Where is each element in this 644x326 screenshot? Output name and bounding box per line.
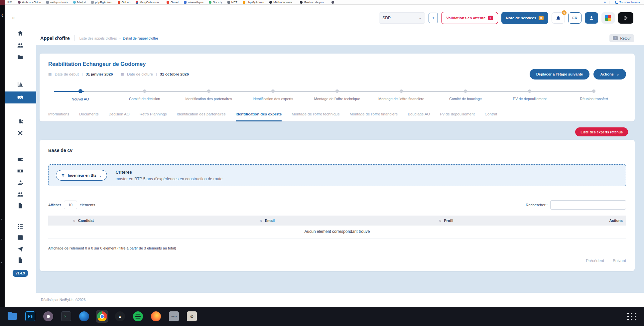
blue-app-icon[interactable] [78, 310, 90, 323]
firefox-app-icon[interactable] [150, 310, 162, 323]
search-input[interactable] [550, 200, 626, 210]
step-comite-bouclage[interactable]: Comité de bouclage [434, 87, 498, 101]
app-header: SDP ⌄ + Validations en attente 0 Note de… [36, 5, 644, 31]
step-identification-partenaires[interactable]: Identification des partenaires [177, 87, 241, 101]
bar-chart-icon[interactable] [17, 81, 24, 88]
bookmark-gitlab[interactable]: GitLab [118, 1, 131, 4]
apps-pinwheel-button[interactable] [601, 12, 615, 24]
gimp-app-icon[interactable] [42, 310, 55, 323]
funnel-icon [61, 173, 65, 178]
bookmark-wik-netbyus[interactable]: wik-netbyus [184, 1, 204, 4]
logout-button[interactable] [618, 12, 633, 24]
sidebar: « v1.4.9 [5, 5, 36, 307]
column-candidat[interactable]: Candidat [78, 219, 94, 223]
calendar-icon[interactable] [17, 234, 24, 241]
bookmark-net[interactable]: NET [227, 1, 237, 4]
bookmark-socirty[interactable]: Socirty [209, 1, 222, 4]
add-button[interactable]: + [429, 13, 438, 23]
language-button[interactable]: FR [568, 12, 581, 24]
profile-filter-dropdown[interactable]: Ingenieur en Bts ⌄ [56, 170, 107, 181]
step-nouvel-ao[interactable]: Nouvel AO [48, 87, 112, 101]
send-icon[interactable] [17, 245, 24, 252]
step-comite-decision[interactable]: Comité de décision [112, 87, 177, 101]
bookmark-methode[interactable]: Méthode wate... [269, 1, 295, 4]
drawing-app-icon[interactable]: ▲ [114, 310, 126, 323]
ssd-app-icon[interactable]: SSD [168, 310, 180, 323]
tab-informations[interactable]: Informations [48, 112, 69, 121]
validations-count-badge: 0 [488, 16, 493, 20]
photoshop-app-icon[interactable]: Ps [24, 310, 37, 323]
step-pv-depouillement[interactable]: PV de depouillement [498, 87, 562, 101]
bookmark-phppgadmin[interactable]: phpPgAdmin [91, 1, 112, 4]
column-email[interactable]: Email [265, 219, 275, 223]
banknote-icon[interactable] [17, 167, 24, 175]
users-icon[interactable] [17, 42, 24, 49]
step-reunion-transfert[interactable]: Réunion transfert [562, 87, 626, 101]
tab-identification-experts[interactable]: Identification des experts [236, 112, 282, 121]
tab-retro-plannings[interactable]: Rétro Plannings [140, 112, 167, 121]
profile-button[interactable] [585, 12, 598, 24]
tab-contrat[interactable]: Contrat [485, 112, 497, 121]
bookmark-mailpit[interactable]: Mailpit [73, 1, 86, 4]
chrome-app-icon[interactable] [96, 310, 108, 323]
next-page-button[interactable]: Suivant [613, 258, 626, 263]
hand-coins-icon[interactable] [17, 179, 24, 187]
step-dot [335, 89, 339, 93]
bookmark-globe[interactable] [331, 1, 334, 4]
items-label: éléments [80, 203, 95, 207]
phpmyadmin-favicon [243, 1, 245, 4]
bookmark-netbyus-tools[interactable]: netbyus tools [46, 1, 68, 4]
terminal-app-icon[interactable]: >_ [60, 310, 72, 323]
page-icon[interactable] [17, 256, 24, 264]
retained-experts-button[interactable]: Liste des experts retenus [575, 127, 628, 136]
notifications-button[interactable]: 0 [552, 12, 565, 24]
show-apps-grid-icon[interactable] [627, 311, 637, 321]
move-next-step-button[interactable]: Déplacer à l'étape suivante [530, 69, 590, 80]
bookmarks-overflow-chevron[interactable]: » [604, 0, 606, 4]
service-notes-button[interactable]: Note de services 0 [501, 12, 548, 24]
breadcrumb-bar: Appel d'offre Liste des appels d'offres … [36, 31, 644, 45]
tab-pv-depouillement[interactable]: Pv de dépouillement [440, 112, 475, 121]
checklist-icon[interactable] [17, 223, 24, 230]
actions-dropdown-button[interactable]: Actions ⌄ [593, 69, 626, 80]
tools-icon[interactable] [17, 129, 24, 137]
folder-icon[interactable] [17, 54, 24, 61]
sort-icon[interactable]: ↑↓ [439, 219, 441, 222]
sort-icon[interactable]: ↑↓ [73, 219, 75, 222]
bookmark-phpmyadmin[interactable]: phpMyAdmin [243, 1, 264, 4]
tab-decision-ao[interactable]: Décision AO [108, 112, 129, 121]
tab-montage-offre-technique[interactable]: Montage de l'offre technique [292, 112, 340, 121]
bookmark-gmail[interactable]: Gmail [167, 1, 179, 4]
files-app-icon[interactable] [6, 310, 19, 323]
sort-icon[interactable]: ↑↓ [260, 219, 262, 222]
sidebar-collapse-icon[interactable]: « [12, 15, 15, 20]
tab-documents[interactable]: Documents [79, 112, 98, 121]
pending-validations-button[interactable]: Validations en attente 0 [441, 12, 498, 24]
step-montage-offre-financiere[interactable]: Montage de l'offre financière [369, 87, 434, 101]
tab-montage-offre-financiere[interactable]: Montage de l'offre financière [350, 112, 398, 121]
spotify-app-icon[interactable] [132, 310, 144, 323]
chevron-left-icon[interactable]: ❮ [1, 13, 4, 17]
org-select[interactable]: SDP ⌄ [379, 12, 425, 24]
puzzle-icon[interactable] [17, 118, 24, 125]
bookmark-mingcute[interactable]: MingCute icon... [136, 1, 161, 4]
bookmarks-apps-icon[interactable]: ⊞⊞ [5, 1, 15, 4]
wallet-icon[interactable] [17, 155, 24, 163]
home-icon[interactable] [17, 30, 24, 37]
document-icon[interactable] [17, 202, 24, 209]
settings-app-icon[interactable]: ⚙ [186, 310, 198, 323]
breadcrumb-list-link[interactable]: Liste des appels d'offres [79, 36, 117, 40]
step-montage-offre-technique[interactable]: Montage de l'offre technique [305, 87, 369, 101]
all-favorites-button[interactable]: Tous les favoris [615, 1, 640, 4]
tab-identification-partenaires[interactable]: Identification des partenaires [177, 112, 226, 121]
bookmark-gestion[interactable]: Gestion de pro... [300, 1, 326, 4]
back-button[interactable]: ✕ Retour [609, 34, 634, 42]
bookmark-odoo[interactable]: #inbox - Odoo [18, 1, 41, 4]
column-profil[interactable]: Profil [444, 219, 453, 223]
previous-page-button[interactable]: Précédent [586, 258, 604, 263]
page-length-input[interactable] [64, 201, 77, 209]
step-identification-experts[interactable]: Identification des experts [241, 87, 305, 101]
sidebar-active-item[interactable] [5, 91, 36, 103]
tab-bouclage-ao[interactable]: Bouclage AO [408, 112, 430, 121]
team-icon[interactable] [17, 191, 24, 198]
